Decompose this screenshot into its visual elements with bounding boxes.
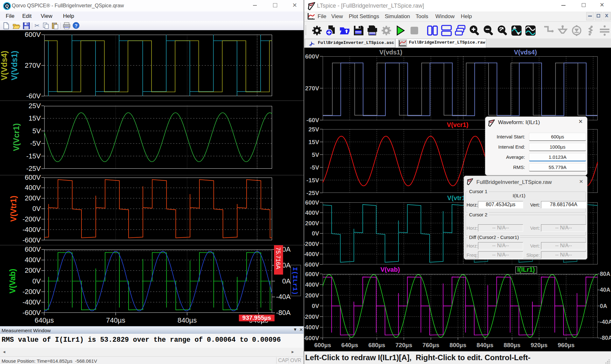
svg-text:960µs: 960µs bbox=[558, 342, 574, 348]
svg-text:-60V: -60V bbox=[26, 92, 41, 100]
svg-text:270V: 270V bbox=[305, 85, 320, 92]
svg-text:-25V: -25V bbox=[306, 190, 319, 196]
svg-text:-600V: -600V bbox=[304, 261, 319, 268]
svg-text:-5V: -5V bbox=[30, 140, 41, 147]
svg-text:-600V: -600V bbox=[23, 236, 41, 244]
svg-text:0A: 0A bbox=[600, 303, 607, 309]
svg-text:200V: 200V bbox=[25, 267, 41, 274]
svg-text:-80A: -80A bbox=[276, 309, 291, 317]
svg-text:Q: Q bbox=[5, 4, 9, 9]
svg-text:600µs: 600µs bbox=[314, 342, 331, 348]
svg-text:760µs: 760µs bbox=[422, 342, 439, 348]
svg-text:0V: 0V bbox=[32, 205, 41, 213]
svg-text:5V: 5V bbox=[32, 127, 41, 135]
svg-text:920µs: 920µs bbox=[530, 342, 547, 348]
svg-text:75.716A: 75.716A bbox=[275, 247, 282, 270]
svg-text:0V: 0V bbox=[32, 277, 41, 285]
svg-text:-40A: -40A bbox=[276, 293, 291, 301]
svg-text:15V: 15V bbox=[308, 139, 319, 145]
svg-text:680µs: 680µs bbox=[368, 342, 385, 348]
svg-text:-400V: -400V bbox=[304, 251, 319, 257]
svg-text:937.955µs: 937.955µs bbox=[242, 314, 271, 321]
svg-text:V(Vds4): V(Vds4) bbox=[0, 51, 9, 80]
svg-text:400V: 400V bbox=[305, 209, 320, 216]
svg-text:-200V: -200V bbox=[23, 288, 41, 296]
svg-text:I(ILr1): I(ILr1) bbox=[291, 267, 298, 295]
svg-text:0V: 0V bbox=[312, 230, 320, 237]
svg-text:-200V: -200V bbox=[23, 215, 41, 223]
svg-text:-200V: -200V bbox=[304, 241, 319, 247]
svg-text:-600V: -600V bbox=[304, 335, 319, 341]
svg-text:V(Vtr1): V(Vtr1) bbox=[9, 196, 18, 222]
svg-text:-600V: -600V bbox=[23, 309, 41, 317]
svg-text:640µs: 640µs bbox=[35, 316, 54, 324]
svg-text:-5V: -5V bbox=[310, 164, 319, 171]
svg-text:270V: 270V bbox=[25, 62, 41, 69]
svg-text:15V: 15V bbox=[29, 115, 41, 122]
svg-text:V(vcr1): V(vcr1) bbox=[447, 121, 468, 128]
svg-text:840µs: 840µs bbox=[178, 316, 197, 324]
svg-text:?: ? bbox=[74, 23, 77, 28]
svg-text:80A: 80A bbox=[600, 271, 610, 277]
svg-text:880µs: 880µs bbox=[503, 342, 520, 348]
svg-text:400V: 400V bbox=[305, 281, 320, 288]
svg-text:V(Vcr1): V(Vcr1) bbox=[12, 123, 21, 151]
svg-text:25V: 25V bbox=[29, 102, 41, 110]
svg-text:-400V: -400V bbox=[304, 324, 319, 331]
svg-text:400V: 400V bbox=[25, 184, 41, 192]
svg-text:800µs: 800µs bbox=[449, 342, 466, 348]
svg-text:840µs: 840µs bbox=[476, 342, 493, 348]
svg-text:V(vds1): V(vds1) bbox=[379, 49, 402, 56]
svg-text:25V: 25V bbox=[308, 126, 319, 133]
svg-text:600V: 600V bbox=[25, 31, 41, 38]
svg-text:-60V: -60V bbox=[306, 117, 319, 123]
svg-text:740µs: 740µs bbox=[106, 316, 125, 324]
svg-text:V(Vds1): V(Vds1) bbox=[10, 51, 19, 80]
svg-text:-400V: -400V bbox=[23, 298, 41, 306]
svg-text:200V: 200V bbox=[25, 194, 41, 202]
svg-text:0V: 0V bbox=[312, 303, 320, 309]
svg-text:720µs: 720µs bbox=[395, 342, 412, 348]
svg-text:V(vds4): V(vds4) bbox=[514, 49, 537, 56]
svg-text:-25V: -25V bbox=[26, 165, 41, 172]
svg-text:600V: 600V bbox=[25, 174, 41, 181]
svg-text:-15V: -15V bbox=[306, 177, 319, 184]
svg-text:-15V: -15V bbox=[26, 152, 41, 160]
svg-text:-400V: -400V bbox=[23, 226, 41, 234]
svg-text:-80A: -80A bbox=[600, 335, 611, 341]
svg-text:V(Vab): V(Vab) bbox=[8, 269, 17, 294]
svg-text:-40A: -40A bbox=[600, 319, 611, 325]
svg-text:0A: 0A bbox=[282, 277, 291, 285]
svg-text:200V: 200V bbox=[305, 220, 320, 227]
svg-text:40A: 40A bbox=[600, 287, 610, 293]
svg-text:640µs: 640µs bbox=[341, 342, 358, 348]
svg-text:600V: 600V bbox=[305, 199, 320, 206]
svg-text:V(vab): V(vab) bbox=[380, 266, 400, 273]
svg-text:600V: 600V bbox=[25, 246, 41, 253]
svg-text:600V: 600V bbox=[305, 271, 320, 277]
svg-text:400V: 400V bbox=[25, 256, 41, 264]
svg-text:200V: 200V bbox=[305, 292, 320, 299]
svg-text:I(ILr1): I(ILr1) bbox=[517, 266, 535, 273]
svg-text:5V: 5V bbox=[312, 151, 320, 158]
svg-text:600V: 600V bbox=[305, 53, 320, 60]
svg-text:-200V: -200V bbox=[304, 313, 319, 320]
